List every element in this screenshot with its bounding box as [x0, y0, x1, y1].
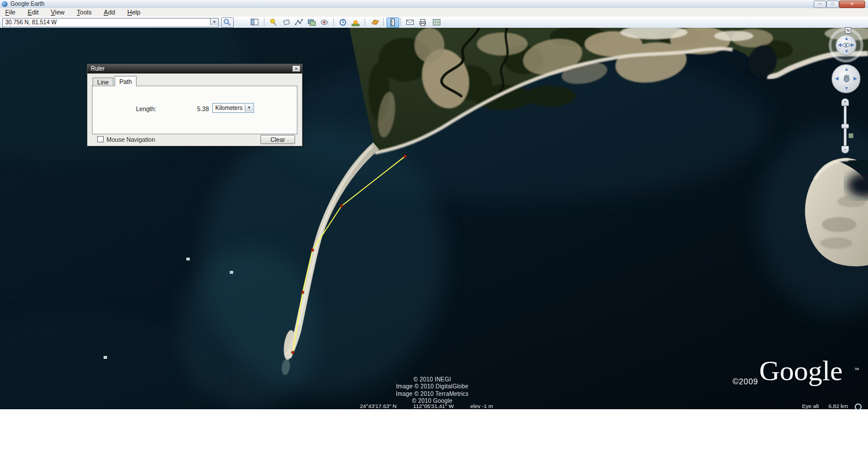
path-icon [295, 18, 303, 27]
ruler-icon [388, 18, 397, 27]
hand-icon [842, 74, 851, 83]
mouse-navigation-checkbox[interactable] [97, 136, 104, 142]
add-polygon-button[interactable] [280, 17, 293, 28]
toolbar-separator [365, 18, 365, 26]
copyright-line: Image © 2010 DigitalGlobe [345, 383, 519, 390]
close-button[interactable]: ✕ [839, 1, 865, 8]
maximize-button[interactable]: □ [826, 1, 839, 8]
copyright-line: © 2010 INEGI [345, 376, 519, 383]
move-right-arrow-icon[interactable]: ▶ [854, 76, 857, 81]
sidebar-toggle-button[interactable] [249, 17, 262, 28]
search-input[interactable] [3, 19, 210, 25]
path-vertex[interactable] [292, 351, 295, 354]
length-value: 5.38 [188, 105, 209, 112]
pointer-coordinates: 24°43'17.63" N 112°05'31.41" W elev -1 m [360, 403, 508, 409]
email-button[interactable] [404, 17, 417, 28]
toolbar-separator [383, 18, 384, 26]
add-image-overlay-button[interactable] [306, 17, 318, 28]
eye-altitude: Eye alt 6.82 km [802, 403, 848, 409]
zoom-in-button[interactable]: + [841, 98, 849, 106]
longitude-value: 112°05'31.41" W [413, 403, 454, 409]
tab-path[interactable]: Path [115, 76, 137, 86]
globe-app-icon [2, 1, 8, 7]
latitude-value: 24°43'17.63" N [360, 403, 396, 409]
tab-line[interactable]: Line [93, 78, 113, 86]
zoom-slider-handle[interactable] [841, 124, 849, 128]
length-label: Length: [136, 105, 156, 112]
look-joystick-disc[interactable]: ▲ ▼ ◀ ▶ [836, 35, 856, 56]
search-icon [223, 18, 231, 27]
print-button[interactable] [417, 17, 429, 28]
path-vertex[interactable] [301, 291, 304, 294]
ruler-dialog-titlebar[interactable]: Ruler ✕ [87, 64, 302, 74]
sunlight-icon [351, 18, 360, 27]
placemark-icon [269, 18, 278, 27]
search-button[interactable] [221, 17, 234, 28]
sunlight-button[interactable] [350, 17, 362, 28]
search-combobox[interactable]: ▼ [2, 18, 219, 27]
ruler-dialog-title: Ruler [91, 65, 105, 72]
logo-brand: Google [759, 354, 843, 387]
look-left-arrow-icon[interactable]: ◀ [838, 43, 841, 47]
google-earth-window: Google Earth ─ □ ✕ File Edit View Tools … [0, 0, 868, 470]
logo-trademark: ™ [854, 367, 859, 373]
print-icon [418, 18, 427, 27]
move-joystick[interactable]: ▲ ▼ ◀ ▶ [832, 64, 860, 93]
menu-help[interactable]: Help [122, 8, 146, 17]
view-in-maps-button[interactable] [431, 17, 443, 28]
move-up-arrow-icon[interactable]: ▲ [844, 67, 849, 72]
ruler-dialog[interactable]: Ruler ✕ Line Path Length: 5.38 Kilometer… [87, 64, 303, 146]
search-dropdown-arrow-icon[interactable]: ▼ [210, 19, 218, 25]
view-in-maps-icon [432, 18, 441, 27]
menu-view[interactable]: View [46, 8, 70, 17]
look-joystick[interactable]: N ▲ ▼ ◀ ▶ [829, 28, 863, 63]
menu-file[interactable]: File [0, 8, 21, 17]
toolbar: ▼ [0, 17, 868, 28]
menu-bar: File Edit View Tools Add Help [0, 8, 868, 17]
historical-imagery-button[interactable] [337, 17, 350, 28]
add-placemark-button[interactable] [267, 17, 280, 28]
menu-tools[interactable]: Tools [72, 8, 97, 17]
toolbar-separator [264, 18, 264, 26]
planet-icon [371, 18, 380, 27]
eye-icon [842, 43, 850, 47]
clear-button[interactable]: Clear [260, 135, 295, 144]
look-right-arrow-icon[interactable]: ▶ [851, 43, 854, 47]
sky-button[interactable] [369, 17, 382, 28]
email-icon [406, 18, 414, 27]
units-dropdown-arrow-icon[interactable]: ▼ [245, 104, 253, 112]
path-vertex[interactable] [311, 249, 314, 252]
move-down-arrow-icon[interactable]: ▼ [844, 86, 849, 91]
units-selected-value: Kilometers [215, 105, 242, 111]
logo-year: ©2009 [733, 377, 758, 386]
elevation-value: elev -1 m [470, 403, 493, 409]
ruler-button[interactable] [387, 17, 399, 28]
window-title: Google Earth [10, 1, 45, 7]
path-vertex[interactable] [340, 205, 343, 208]
title-bar: Google Earth ─ □ ✕ [0, 0, 868, 9]
look-up-arrow-icon[interactable]: ▲ [844, 36, 849, 41]
move-left-arrow-icon[interactable]: ◀ [835, 76, 838, 81]
minimize-button[interactable]: ─ [814, 1, 826, 8]
toolbar-separator [400, 18, 401, 26]
path-vertex[interactable] [404, 155, 407, 158]
toolbar-separator [333, 18, 334, 26]
eye-alt-label: Eye alt [802, 403, 819, 409]
zoom-slider[interactable]: + − [841, 98, 849, 154]
record-tour-icon [320, 18, 329, 27]
google-logo: ©2009 Google ™ [730, 358, 865, 392]
menu-edit[interactable]: Edit [23, 8, 44, 17]
record-tour-button[interactable] [318, 17, 331, 28]
look-down-arrow-icon[interactable]: ▼ [844, 49, 849, 54]
north-indicator[interactable]: N [845, 27, 851, 34]
sidebar-toggle-icon [251, 18, 259, 27]
polygon-icon [282, 18, 290, 27]
units-dropdown[interactable]: Kilometers ▼ [212, 103, 254, 113]
dialog-close-button[interactable]: ✕ [292, 65, 300, 72]
zoom-out-button[interactable]: − [841, 146, 849, 153]
add-path-button[interactable] [293, 17, 306, 28]
menu-add[interactable]: Add [98, 8, 120, 17]
eye-alt-value: 6.82 km [829, 403, 848, 409]
map-copyright: © 2010 INEGI Image © 2010 DigitalGlobe I… [345, 376, 519, 405]
mouse-navigation-label: Mouse Navigation [106, 136, 155, 143]
